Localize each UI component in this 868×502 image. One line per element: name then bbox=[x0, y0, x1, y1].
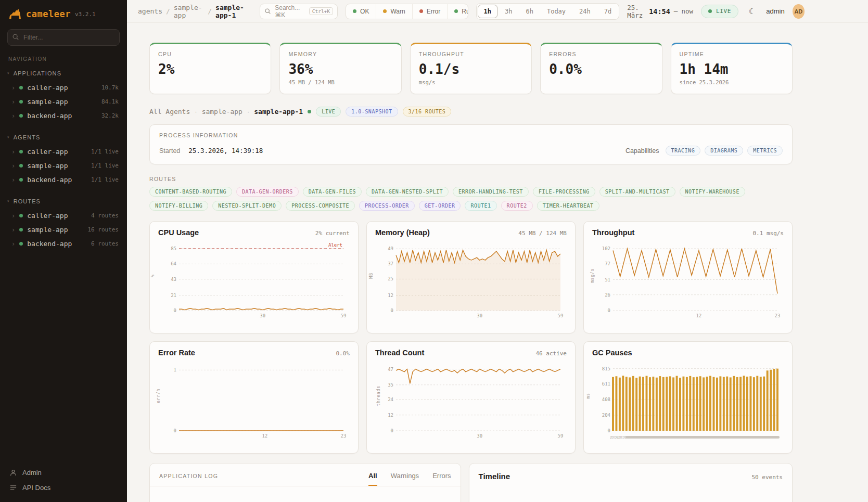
process-info-panel: PROCESS INFORMATION Started 25.3.2026, 1… bbox=[149, 124, 793, 164]
tab-warnings[interactable]: Warnings bbox=[391, 472, 419, 486]
status-filter-ok[interactable]: OK bbox=[346, 4, 376, 19]
time-range-1h[interactable]: 1h bbox=[478, 5, 497, 18]
status-filter-label: Warn bbox=[390, 8, 405, 15]
item-label: sample-app bbox=[27, 98, 68, 106]
route-pill[interactable]: DATA-GEN-NESTED-SPLIT bbox=[366, 187, 449, 197]
status-dot bbox=[353, 9, 356, 13]
search-shortcut-kbd: Ctrl+K bbox=[309, 7, 333, 15]
route-pill[interactable]: TIMER-HEARTBEAT bbox=[537, 201, 599, 211]
live-toggle[interactable]: LIVE bbox=[701, 5, 738, 18]
sidebar-item-admin[interactable]: Admin bbox=[9, 469, 118, 477]
user-menu[interactable]: admin bbox=[766, 7, 784, 15]
item-badge: 32.2k bbox=[101, 112, 119, 119]
item-badge: 16 routes bbox=[87, 226, 119, 233]
logo[interactable]: cameleer v3.2.1 bbox=[0, 0, 127, 28]
sidebar-item-routes-sample-app[interactable]: › sample-app 16 routes bbox=[0, 223, 127, 237]
sidebar-group-applications[interactable]: ▾ APPLICATIONS bbox=[0, 68, 127, 81]
route-pill[interactable]: NESTED-SPLIT-DEMO bbox=[212, 201, 282, 211]
breadcrumb-sample-app[interactable]: sample-app bbox=[174, 4, 204, 19]
route-pill[interactable]: PROCESS-ORDER bbox=[359, 201, 415, 211]
route-pill[interactable]: ROUTE2 bbox=[501, 201, 533, 211]
status-filter-label: Error bbox=[427, 8, 441, 15]
status-filter-running[interactable]: Running bbox=[447, 4, 468, 19]
range-end-label: now bbox=[681, 7, 693, 15]
started-value: 25.3.2026, 14:39:18 bbox=[188, 147, 263, 155]
link-all-agents[interactable]: All Agents bbox=[149, 108, 190, 115]
avatar[interactable]: AD bbox=[793, 4, 805, 19]
route-pill[interactable]: NOTIFY-BILLING bbox=[149, 201, 208, 211]
status-dot bbox=[19, 228, 23, 231]
chart-current-value: 46 active bbox=[535, 350, 567, 357]
caret-down-icon: ▾ bbox=[7, 199, 10, 203]
route-pill[interactable]: DATA-GEN-FILES bbox=[303, 187, 362, 197]
sidebar-item-application-sample-app[interactable]: › sample-app 84.1k bbox=[0, 95, 127, 109]
sidebar-item-application-caller-app[interactable]: › caller-app 10.7k bbox=[0, 81, 127, 95]
item-badge: 6 routes bbox=[91, 240, 119, 247]
y-axis-label: MB bbox=[368, 273, 374, 278]
item-label: caller-app bbox=[27, 148, 68, 156]
crumb-separator: · bbox=[195, 108, 197, 115]
search-icon bbox=[264, 8, 271, 15]
route-pill[interactable]: PROCESS-COMPOSITE bbox=[286, 201, 355, 211]
breadcrumb-agents[interactable]: agents bbox=[138, 7, 162, 15]
chevron-right-icon: › bbox=[11, 148, 15, 156]
route-pill[interactable]: FILE-PROCESSING bbox=[533, 187, 595, 197]
chart-title: CPU Usage bbox=[158, 228, 199, 237]
sidebar-item-agent-sample-app[interactable]: › sample-app 1/1 live bbox=[0, 159, 127, 173]
chart-current-value: 2% current bbox=[315, 230, 350, 237]
sidebar-item-api-docs[interactable]: API Docs bbox=[9, 484, 118, 492]
route-pill[interactable]: GET-ORDER bbox=[419, 201, 461, 211]
route-pill[interactable]: NOTIFY-WAREHOUSE bbox=[680, 187, 745, 197]
gc-chart-scrollbar[interactable] bbox=[626, 436, 780, 439]
svg-text:24: 24 bbox=[388, 397, 393, 402]
tab-errors[interactable]: Errors bbox=[432, 472, 451, 486]
badge-routes-count: 3/16 ROUTES bbox=[403, 107, 452, 117]
svg-text:47: 47 bbox=[388, 367, 393, 372]
chevron-right-icon: › bbox=[11, 212, 15, 220]
link-sample-app[interactable]: sample-app bbox=[202, 108, 242, 115]
status-dot bbox=[454, 9, 458, 13]
time-range-7d[interactable]: 7d bbox=[598, 5, 618, 18]
app-version: v3.2.1 bbox=[75, 11, 96, 18]
stat-card-throughput: THROUGHPUT 0.1/s msg/s bbox=[410, 43, 532, 94]
route-pill[interactable]: CONTENT-BASED-ROUTING bbox=[149, 187, 232, 197]
svg-text:59: 59 bbox=[558, 313, 564, 318]
svg-text:43: 43 bbox=[171, 277, 176, 282]
chart-current-value: 0.0% bbox=[336, 350, 350, 357]
gc-pauses-chart: 0204408611815 bbox=[597, 360, 781, 439]
chart-card-error-rate: Error Rate 0.0% err/h 011223 bbox=[149, 341, 359, 454]
item-badge: 4 routes bbox=[91, 212, 119, 219]
status-filter-error[interactable]: Error bbox=[412, 4, 448, 19]
time-range-6h[interactable]: 6h bbox=[519, 5, 539, 18]
time-range-3h[interactable]: 3h bbox=[499, 5, 518, 18]
svg-text:0: 0 bbox=[608, 428, 610, 433]
dark-mode-toggle[interactable]: ☾ bbox=[746, 4, 758, 19]
status-dot bbox=[19, 164, 23, 168]
route-pill[interactable]: ERROR-HANDLING-TEST bbox=[453, 187, 529, 197]
sidebar-item-routes-caller-app[interactable]: › caller-app 4 routes bbox=[0, 209, 127, 223]
time-range-today[interactable]: Today bbox=[541, 5, 572, 18]
sidebar-item-agent-backend-app[interactable]: › backend-app 1/1 live bbox=[0, 173, 127, 187]
route-pill[interactable]: DATA-GEN-ORDERS bbox=[236, 187, 299, 197]
sidebar-group-routes[interactable]: ▾ ROUTES bbox=[0, 196, 127, 209]
status-filter-group: OK Warn Error Running bbox=[346, 4, 468, 19]
chart-current-value: 0.1 msg/s bbox=[752, 230, 784, 237]
svg-text:30: 30 bbox=[477, 313, 482, 318]
filter-input[interactable] bbox=[7, 29, 120, 46]
sidebar-item-application-backend-app[interactable]: › backend-app 32.2k bbox=[0, 109, 127, 123]
thread-count-chart: 0122435473059 bbox=[380, 360, 564, 439]
route-pill[interactable]: SPLIT-AND-MULTICAST bbox=[599, 187, 675, 197]
status-filter-warn[interactable]: Warn bbox=[376, 4, 412, 19]
route-pill[interactable]: ROUTE1 bbox=[465, 201, 496, 211]
svg-text:12: 12 bbox=[388, 413, 393, 418]
breadcrumb: agents / sample-app / sample-app-1 bbox=[138, 4, 252, 19]
stat-label: UPTIME bbox=[680, 51, 784, 57]
tab-all[interactable]: All bbox=[368, 472, 377, 486]
badge-version: 1.0-SNAPSHOT bbox=[346, 107, 398, 117]
svg-text:0: 0 bbox=[608, 308, 610, 313]
sidebar-group-agents[interactable]: ▾ AGENTS bbox=[0, 132, 127, 145]
sidebar-item-agent-caller-app[interactable]: › caller-app 1/1 live bbox=[0, 145, 127, 159]
time-range-24h[interactable]: 24h bbox=[573, 5, 597, 18]
global-search[interactable]: Search... ⌘K Ctrl+K bbox=[260, 4, 338, 19]
sidebar-item-routes-backend-app[interactable]: › backend-app 6 routes bbox=[0, 237, 127, 251]
